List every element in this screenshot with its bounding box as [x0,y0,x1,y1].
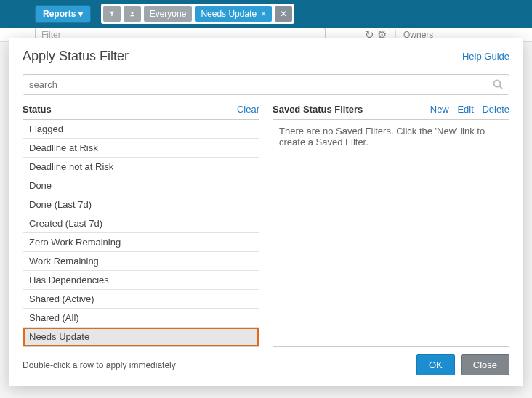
chip-everyone[interactable]: Everyone [144,6,193,22]
status-row[interactable]: Flagged [23,120,259,139]
edit-link[interactable]: Edit [457,104,473,115]
search-icon[interactable] [492,78,504,93]
new-link[interactable]: New [430,104,449,115]
status-row[interactable]: Shared (All) [23,309,259,328]
status-list[interactable]: On HoldFlaggedDeadline at RiskDeadline n… [23,119,259,347]
footer-hint: Double-click a row to apply immediately [23,360,176,370]
status-row[interactable]: Deadline at Risk [23,139,259,158]
dialog-footer: Double-click a row to apply immediately … [9,347,523,386]
search-row [9,68,523,101]
filter-chip-group: Everyone Needs Update × ✕ [101,4,294,24]
close-button[interactable]: Close [461,354,509,375]
search-input[interactable] [23,74,509,95]
topbar: Reports ▾ Everyone Needs Update × ✕ [0,0,532,28]
clear-chips-button[interactable]: ✕ [275,6,292,22]
dialog-header: Apply Status Filter Help Guide [9,38,523,68]
status-row[interactable]: Done (Last 7d) [23,195,259,214]
saved-filters-box: There are no Saved Filters. Click the 'N… [273,119,509,347]
status-row[interactable]: Work Remaining [23,252,259,271]
delete-link[interactable]: Delete [482,104,509,115]
chip-needs-update[interactable]: Needs Update × [195,6,272,22]
status-row[interactable]: Done [23,176,259,195]
dialog-title: Apply Status Filter [23,49,129,64]
status-row[interactable]: Created (Last 7d) [23,214,259,233]
saved-empty-text: There are no Saved Filters. Click the 'N… [279,126,485,147]
person-icon[interactable] [124,6,141,22]
status-row[interactable]: Zero Work Remaining [23,233,259,252]
funnel-icon[interactable] [103,6,121,22]
clear-link[interactable]: Clear [237,104,259,115]
status-row[interactable]: Deadline not at Risk [23,158,259,176]
chip-needs-update-label: Needs Update [201,9,257,19]
ok-button[interactable]: OK [416,354,455,375]
reports-button[interactable]: Reports ▾ [35,5,91,23]
chip-remove-icon[interactable]: × [261,9,266,19]
status-row[interactable]: Needs Update [23,328,259,346]
status-heading: Status [23,104,52,115]
help-guide-link[interactable]: Help Guide [462,51,509,62]
status-row[interactable]: Shared (Active) [23,290,259,309]
svg-point-1 [494,81,501,87]
status-row[interactable]: Has Dependencies [23,271,259,290]
svg-point-0 [131,12,133,14]
saved-column: Saved Status Filters New Edit Delete The… [273,104,509,347]
dialog-columns: Status Clear On HoldFlaggedDeadline at R… [9,101,523,347]
status-column: Status Clear On HoldFlaggedDeadline at R… [23,104,259,347]
status-filter-dialog: Apply Status Filter Help Guide Status Cl… [9,38,523,386]
svg-line-2 [500,86,503,89]
saved-heading: Saved Status Filters [273,104,363,115]
